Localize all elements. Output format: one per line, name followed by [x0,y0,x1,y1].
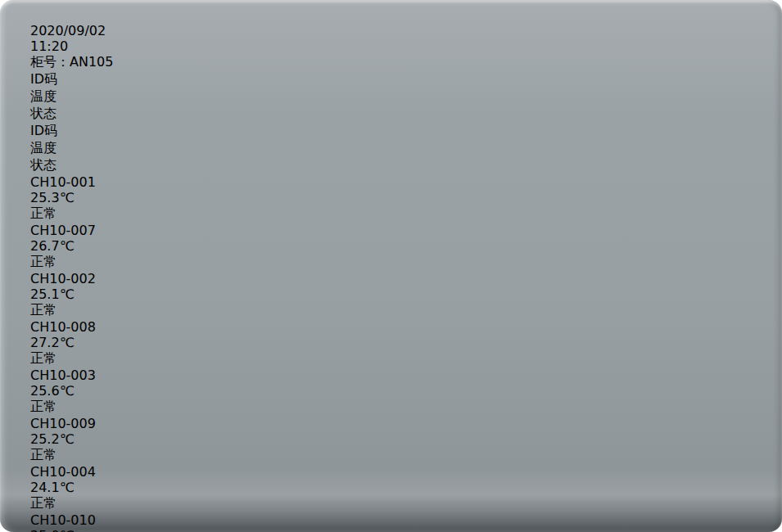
cell-id: CH10-009 [30,416,751,431]
header-temp-1: 温度 [30,88,751,106]
cell-status: 正常 [30,399,751,416]
screen-surround-panel: 2020/09/02 11:20 柜号：AN105 ID码 温度 状态 ID码 … [30,23,751,532]
date-display: 2020/09/02 [30,23,751,38]
header-status-2: 状态 [30,157,751,174]
header-status-1: 状态 [30,106,751,123]
cell-temperature: 25.1℃ [30,286,751,302]
screen-bezel: 2020/09/02 11:20 柜号：AN105 ID码 温度 状态 ID码 … [30,23,751,532]
hmi-device: 2020/09/02 11:20 柜号：AN105 ID码 温度 状态 ID码 … [0,0,782,532]
cell-temperature: 24.1℃ [30,480,751,495]
cell-id: CH10-002 [30,271,751,286]
cell-status: 正常 [30,205,751,223]
table-row: CH10-003 25.6℃ 正常 CH10-009 25.2℃ 正常 [30,367,751,464]
cell-temperature: 27.2℃ [30,335,751,350]
screenshot-stage: 2020/09/02 11:20 柜号：AN105 ID码 温度 状态 ID码 … [0,0,782,532]
header-id-1: ID码 [30,71,751,88]
table-row: CH10-001 25.3℃ 正常 CH10-007 26.7℃ 正常 [30,174,751,271]
cell-temperature: 25.2℃ [30,431,751,447]
header-temp-2: 温度 [30,140,751,157]
cell-status: 正常 [30,350,751,367]
cell-temperature: 26.7℃ [30,238,751,254]
cell-temperature: 25.3℃ [30,190,751,205]
cell-status: 正常 [30,254,751,271]
cell-id: CH10-008 [30,319,751,335]
front-panel-inset: 2020/09/02 11:20 柜号：AN105 ID码 温度 状态 ID码 … [30,23,751,510]
temperature-table: ID码 温度 状态 ID码 温度 状态 CH10-001 25.3℃ 正常 [30,71,751,532]
cell-temperature: 25.0℃ [30,528,751,532]
table-row: CH10-004 24.1℃ 正常 CH10-010 25.0℃ 正常 [30,464,751,532]
cell-temperature: 25.6℃ [30,383,751,399]
table-row: CH10-002 25.1℃ 正常 CH10-008 27.2℃ 正常 [30,271,751,367]
cell-status: 正常 [30,495,751,512]
cell-id: CH10-001 [30,174,751,190]
cell-status: 正常 [30,302,751,319]
table-header-row: ID码 温度 状态 ID码 温度 状态 [30,71,751,174]
cell-status: 正常 [30,447,751,464]
time-display: 11:20 [30,38,751,54]
cell-id: CH10-003 [30,367,751,383]
cell-id: CH10-007 [30,223,751,238]
cabinet-number-label: 柜号：AN105 [30,54,751,71]
lcd-screen: 2020/09/02 11:20 柜号：AN105 ID码 温度 状态 ID码 … [30,23,751,532]
cell-id: CH10-004 [30,464,751,480]
header-id-2: ID码 [30,123,751,140]
cell-id: CH10-010 [30,512,751,528]
